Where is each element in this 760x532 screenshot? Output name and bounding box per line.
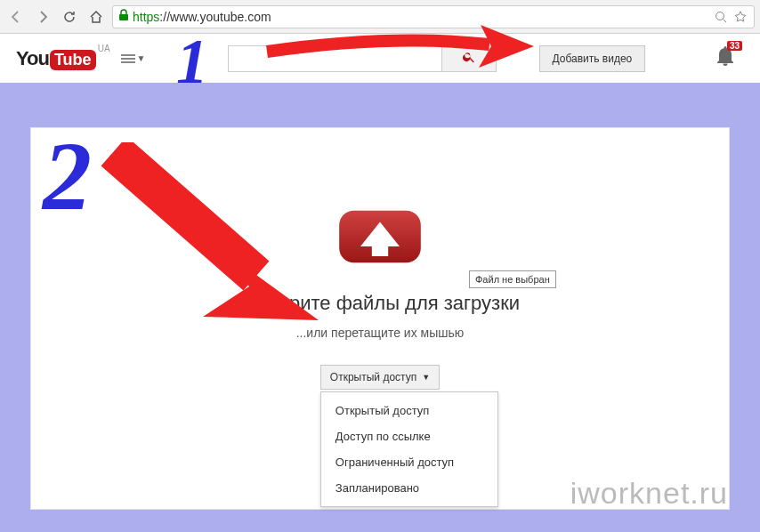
privacy-option[interactable]: Доступ по ссылке bbox=[321, 423, 497, 449]
hamburger-icon bbox=[121, 54, 135, 63]
youtube-logo[interactable]: You Tube UA bbox=[16, 47, 96, 70]
svg-line-2 bbox=[724, 19, 727, 22]
browser-toolbar: https://www.youtube.com bbox=[0, 0, 760, 34]
file-tooltip: Файл не выбран bbox=[469, 270, 556, 288]
privacy-select: Открытый доступ ▼ Открытый доступ Доступ… bbox=[320, 365, 440, 390]
home-button[interactable] bbox=[85, 6, 107, 28]
svg-rect-0 bbox=[119, 14, 128, 20]
star-icon[interactable] bbox=[732, 9, 748, 25]
add-video-button[interactable]: Добавить видео bbox=[539, 45, 646, 72]
privacy-option[interactable]: Ограниченный доступ bbox=[321, 449, 497, 475]
forward-button[interactable] bbox=[32, 6, 53, 28]
annotation-number-2: 2 bbox=[43, 120, 92, 233]
search-form bbox=[228, 45, 497, 72]
youtube-header: You Tube UA ▼ Добавить видео 33 bbox=[0, 34, 760, 83]
upload-target[interactable] bbox=[31, 201, 729, 272]
privacy-toggle-button[interactable]: Открытый доступ ▼ bbox=[320, 365, 440, 390]
zoom-icon[interactable] bbox=[713, 9, 729, 25]
lock-icon bbox=[118, 9, 129, 25]
reload-button[interactable] bbox=[59, 6, 80, 28]
privacy-selected-label: Открытый доступ bbox=[330, 371, 416, 383]
caret-down-icon: ▼ bbox=[422, 373, 430, 382]
upload-card: Файл не выбран Выберите файлы для загруз… bbox=[30, 127, 730, 510]
upload-subtitle: ...или перетащите их мышью bbox=[31, 326, 729, 340]
upload-title: Выберите файлы для загрузки bbox=[31, 292, 729, 315]
search-icon bbox=[462, 50, 476, 67]
url-text: https://www.youtube.com bbox=[133, 10, 271, 24]
privacy-option[interactable]: Запланировано bbox=[321, 475, 497, 501]
address-bar[interactable]: https://www.youtube.com bbox=[112, 5, 755, 28]
search-button[interactable] bbox=[441, 45, 497, 72]
privacy-option[interactable]: Открытый доступ bbox=[321, 398, 497, 423]
svg-point-1 bbox=[716, 12, 724, 20]
notification-badge: 33 bbox=[727, 41, 742, 51]
chevron-down-icon: ▼ bbox=[137, 53, 146, 63]
search-input[interactable] bbox=[228, 45, 441, 72]
privacy-dropdown: Открытый доступ Доступ по ссылке Огранич… bbox=[320, 391, 498, 507]
guide-menu-toggle[interactable]: ▼ bbox=[121, 53, 146, 63]
upload-icon bbox=[331, 201, 429, 272]
back-button[interactable] bbox=[5, 6, 27, 28]
page-background: Файл не выбран Выберите файлы для загруз… bbox=[0, 83, 760, 532]
notifications-button[interactable]: 33 bbox=[716, 44, 735, 69]
annotation-number-1: 1 bbox=[176, 25, 208, 99]
